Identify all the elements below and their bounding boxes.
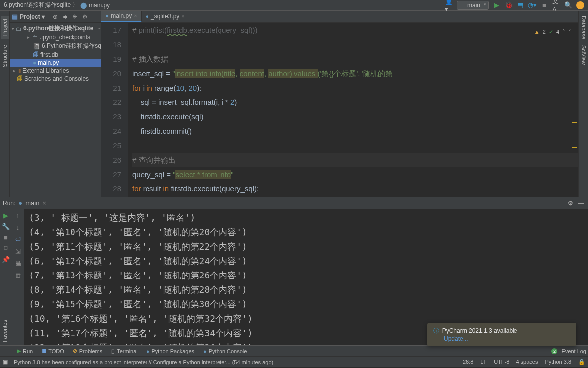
tree-item[interactable]: 🗐first.db [10, 51, 101, 59]
toolwin-pypkg[interactable]: ●Python Packages [143, 347, 198, 355]
status-indent[interactable]: 4 spaces [516, 359, 538, 365]
tree-item[interactable]: 📓6.Python链接和操作sqlite.ip [10, 41, 101, 51]
coverage-icon[interactable]: ⬒ [516, 1, 524, 9]
status-message[interactable]: Python 3.8 has been configured as a proj… [14, 359, 273, 365]
stop-icon[interactable]: ■ [2, 233, 10, 241]
toolwin-problems[interactable]: ⊘Problems [69, 347, 106, 355]
expand-icon[interactable]: ≑ [61, 13, 69, 21]
lock-icon[interactable]: 🔒 [578, 359, 585, 365]
sidebar-tab-favorites[interactable]: Favorites [1, 317, 9, 345]
collapse-icon[interactable]: ✳ [71, 13, 79, 21]
breadcrumb: 6.python链接和操作sqlite 〉 ⬤ main.py [4, 1, 110, 9]
avatar[interactable] [576, 1, 584, 9]
tools-icon[interactable]: 🔧 [2, 222, 10, 230]
inspections[interactable]: ▲2 ✓4 ˄ ˅ [534, 25, 571, 39]
add-user-icon[interactable]: 👤▾ [445, 1, 453, 9]
up-icon[interactable]: ↑ [14, 211, 22, 219]
tree-scratches[interactable]: 🗐Scratches and Consoles [10, 75, 101, 83]
print-icon[interactable]: 🖶 [14, 259, 22, 267]
debug-icon[interactable]: 🐞 [505, 1, 513, 9]
update-link[interactable]: Update... [444, 335, 468, 342]
layout-icon[interactable]: ⧉ [2, 244, 10, 252]
notif-title: PyCharm 2021.1.3 available [442, 327, 517, 334]
tree-item-selected[interactable]: ●main.py [10, 59, 101, 67]
code-editor[interactable]: 17181920212223242526272829 # print(list(… [101, 23, 578, 197]
tab-sqlite3[interactable]: ●_sqlite3.py× [142, 11, 189, 22]
close-icon[interactable]: × [42, 199, 46, 207]
breadcrumb-file[interactable]: main.py [89, 2, 110, 9]
toolwin-pycon[interactable]: ●Python Console [199, 347, 251, 355]
project-pane: ▤ Project ▾ ⊕ ≑ ✳ ⚙ — ▾🗀 6.python链接和操作sq… [10, 11, 101, 197]
project-icon: ▤ [12, 13, 18, 20]
trash-icon[interactable]: 🗑 [14, 271, 22, 279]
rerun-icon[interactable]: ▶ [2, 211, 10, 219]
breadcrumb-project[interactable]: 6.python链接和操作sqlite [4, 1, 71, 9]
event-count: 2 [551, 348, 557, 354]
sidebar-tab-sciview[interactable]: SciView [580, 42, 588, 68]
python-icon: ● [18, 199, 22, 207]
status-position[interactable]: 26:8 [463, 359, 473, 365]
tool-window-bar: Favorites ▶Run ≣TODO ⊘Problems ⌷Terminal… [0, 345, 588, 356]
ok-icon: ✓ [549, 25, 553, 39]
settings-icon[interactable]: ⚙ [81, 13, 89, 21]
info-icon: ⓘ [433, 327, 439, 334]
toolwin-todo[interactable]: ≣TODO [38, 347, 68, 355]
down-icon[interactable]: ↓ [14, 223, 22, 231]
run-icon[interactable]: ▶ [493, 1, 501, 9]
translate-icon[interactable]: 文A [552, 1, 560, 9]
status-icon[interactable]: ▣ [3, 359, 8, 365]
tab-main[interactable]: ●main.py× [101, 11, 142, 22]
locate-icon[interactable]: ⊕ [51, 13, 59, 21]
pin-icon[interactable]: 📌 [2, 255, 10, 263]
sidebar-tab-structure[interactable]: Structure [1, 42, 9, 70]
run-label: Run: [3, 200, 15, 207]
notification: ⓘ PyCharm 2021.1.3 available Update... [427, 323, 576, 346]
close-icon[interactable]: × [181, 13, 184, 19]
hide-icon[interactable]: — [91, 13, 99, 21]
sidebar-tab-project[interactable]: Project [1, 16, 9, 39]
settings-icon[interactable]: ⚙ [566, 199, 574, 207]
python-icon: ⬤ [80, 2, 87, 9]
scroll-icon[interactable]: ⇲ [14, 247, 22, 255]
tree-ext-lib[interactable]: ▸⫴External Libraries [10, 67, 101, 75]
breadcrumb-sep: 〉 [73, 1, 78, 9]
editor-tabs: ●main.py× ●_sqlite3.py× [101, 11, 578, 23]
run-toolbar-2: ↑ ↓ ⏎ ⇲ 🖶 🗑 [12, 209, 24, 345]
run-config-select[interactable]: main [457, 1, 489, 10]
chevron-up-icon[interactable]: ˄ [562, 25, 565, 39]
project-tree: ▾🗀 6.python链接和操作sqlite ~/D ▸🗀.ipynb_chec… [10, 23, 101, 84]
tree-root[interactable]: ▾🗀 6.python链接和操作sqlite ~/D [10, 24, 101, 33]
hide-icon[interactable]: — [577, 199, 585, 207]
toolwin-run[interactable]: ▶Run [13, 347, 37, 355]
toolwin-eventlog[interactable]: Event Log [561, 348, 586, 354]
right-gutter: Database SciView [578, 11, 588, 197]
project-title[interactable]: Project ▾ [20, 13, 49, 20]
status-line-sep[interactable]: LF [480, 359, 487, 365]
close-icon[interactable]: × [134, 13, 137, 19]
search-icon[interactable]: 🔍 [564, 1, 572, 9]
scrollbar-track[interactable] [571, 23, 577, 197]
soft-wrap-icon[interactable]: ⏎ [14, 235, 22, 243]
sidebar-tab-database[interactable]: Database [580, 13, 588, 42]
stop-icon[interactable]: ■ [540, 1, 548, 9]
left-gutter: Project Structure [0, 11, 10, 197]
status-bar: ▣ Python 3.8 has been configured as a pr… [0, 356, 588, 367]
toolwin-terminal[interactable]: ⌷Terminal [107, 347, 142, 355]
tree-item[interactable]: ▸🗀.ipynb_checkpoints [10, 33, 101, 41]
status-interpreter[interactable]: Python 3.8 [545, 359, 571, 365]
title-bar: 6.python链接和操作sqlite 〉 ⬤ main.py 👤▾ main … [0, 0, 588, 11]
warning-icon: ▲ [534, 25, 540, 39]
run-config-name[interactable]: main [25, 199, 39, 207]
profile-icon[interactable]: ◔▾ [528, 1, 536, 9]
editor-area: ●main.py× ●_sqlite3.py× 1718192021222324… [101, 11, 578, 197]
status-encoding[interactable]: UTF-8 [494, 359, 509, 365]
